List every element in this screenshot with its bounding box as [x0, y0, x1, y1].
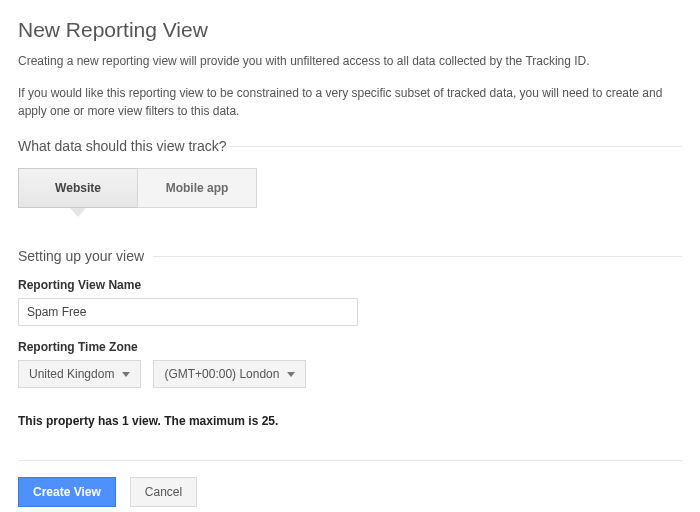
- section-heading-setup-label: Setting up your view: [18, 248, 144, 264]
- timezone-country-dropdown[interactable]: United Kingdom: [18, 360, 141, 388]
- timezone-country-value: United Kingdom: [29, 367, 114, 381]
- divider: [18, 460, 682, 461]
- timezone-zone-value: (GMT+00:00) London: [164, 367, 279, 381]
- action-buttons: Create View Cancel: [18, 477, 682, 507]
- timezone-zone-dropdown[interactable]: (GMT+00:00) London: [153, 360, 306, 388]
- tab-mobile-app[interactable]: Mobile app: [137, 168, 257, 208]
- view-name-input[interactable]: [18, 298, 358, 326]
- view-name-label: Reporting View Name: [18, 278, 682, 292]
- create-view-button[interactable]: Create View: [18, 477, 116, 507]
- page-title: New Reporting View: [18, 18, 682, 42]
- chevron-down-icon: [122, 372, 130, 377]
- divider: [228, 146, 682, 147]
- intro-text-2: If you would like this reporting view to…: [18, 84, 682, 120]
- cancel-button[interactable]: Cancel: [130, 477, 197, 507]
- intro-text-1: Creating a new reporting view will provi…: [18, 52, 682, 70]
- section-heading-track-label: What data should this view track?: [18, 138, 227, 154]
- timezone-label: Reporting Time Zone: [18, 340, 682, 354]
- divider: [153, 256, 682, 257]
- chevron-down-icon: [287, 372, 295, 377]
- view-count-note: This property has 1 view. The maximum is…: [18, 414, 682, 428]
- selected-tab-pointer-icon: [70, 208, 86, 217]
- section-heading-track: What data should this view track?: [18, 138, 682, 154]
- tab-website[interactable]: Website: [18, 168, 138, 208]
- track-type-segmented: Website Mobile app: [18, 168, 682, 208]
- section-heading-setup: Setting up your view: [18, 248, 682, 264]
